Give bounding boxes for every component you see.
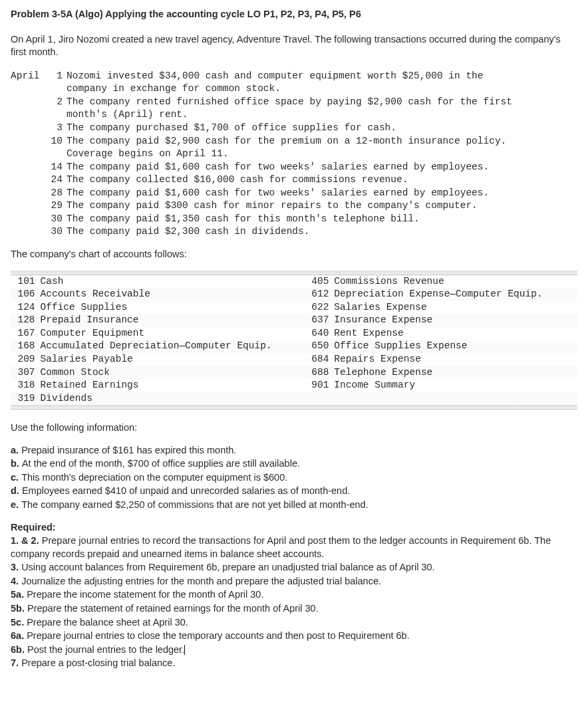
account-name: Commissions Revenue [331, 275, 577, 289]
account-name: Common Stock [38, 366, 305, 380]
account-name: Computer Equipment [38, 327, 305, 340]
account-name: Depreciation Expense—Computer Equip. [331, 288, 577, 301]
transaction-day: 29 [48, 199, 67, 213]
account-name: Accumulated Depreciation—Computer Equip. [38, 340, 305, 353]
info-label: b. [11, 458, 22, 469]
transaction-row: 29 The company paid $300 cash for minor … [11, 199, 577, 213]
transaction-day: 30 [48, 213, 67, 226]
transaction-month [11, 96, 48, 109]
required-item: 4. Journalize the adjusting entries for … [11, 575, 577, 588]
info-intro: Use the following information: [11, 421, 577, 435]
info-label: c. [11, 472, 21, 483]
required-label: 3. [11, 562, 21, 572]
required-item: 5c. Prepare the balance sheet at April 3… [11, 616, 577, 630]
account-number: 209 [11, 353, 38, 366]
account-number: 688 [305, 366, 332, 380]
account-name [331, 392, 577, 406]
info-text: The company earned $2,250 of commissions… [21, 499, 368, 510]
account-number: 168 [11, 340, 38, 353]
account-name: Retained Earnings [38, 379, 305, 392]
account-name: Salaries Payable [38, 353, 305, 366]
transaction-month [11, 161, 48, 174]
account-number: 684 [305, 353, 332, 366]
account-number: 101 [11, 275, 38, 289]
account-number: 106 [11, 288, 38, 301]
transaction-day: 3 [48, 122, 67, 135]
account-name: Office Supplies Expense [331, 340, 577, 353]
transaction-text: The company paid $1,600 cash for two wee… [67, 161, 577, 174]
transaction-month [11, 225, 48, 239]
transaction-row: 24 The company collected $16,000 cash fo… [11, 174, 577, 187]
transaction-text: The company paid $2,900 cash for the pre… [67, 135, 577, 148]
table-row: 124Office Supplies622Salaries Expense [11, 301, 577, 314]
required-text: Prepare the statement of retained earnin… [27, 603, 319, 614]
account-name: Insurance Expense [331, 314, 577, 327]
table-row: 209Salaries Payable684Repairs Expense [11, 353, 577, 366]
transaction-day: 2 [48, 96, 67, 109]
transaction-day: 28 [48, 187, 67, 200]
info-text: Employees earned $410 of unpaid and unre… [22, 485, 350, 496]
transaction-day: 10 [48, 135, 67, 148]
transaction-day: 14 [48, 161, 67, 174]
table-row: 318Retained Earnings901Income Summary [11, 379, 577, 392]
transactions-block: April1 Nozomi invested $34,000 cash and … [11, 70, 577, 239]
info-block: a. Prepaid insurance of $161 has expired… [11, 444, 577, 512]
transaction-text: The company collected $16,000 cash for c… [67, 174, 577, 187]
account-number: 405 [305, 275, 332, 289]
required-label: 4. [11, 576, 21, 586]
required-item: 6b. Post the journal entries to the ledg… [11, 644, 577, 657]
account-name: Salaries Expense [331, 301, 577, 314]
transaction-month [11, 199, 48, 213]
transaction-text: The company rented furnished office spac… [67, 96, 577, 109]
transaction-day [48, 108, 67, 122]
required-block: 1. & 2. Prepare journal entries to recor… [11, 535, 577, 670]
required-item: 1. & 2. Prepare journal entries to recor… [11, 535, 577, 560]
account-name: Telephone Expense [331, 366, 577, 380]
info-item: c. This month's depreciation on the comp… [11, 471, 577, 485]
table-row: 101Cash405Commissions Revenue [11, 275, 577, 289]
table-bottom-bar [11, 405, 577, 410]
transaction-month [11, 135, 48, 148]
account-name: Rent Expense [331, 327, 577, 340]
transaction-day [48, 148, 67, 161]
account-name: Office Supplies [38, 301, 305, 314]
info-label: a. [11, 445, 21, 455]
transaction-text: Nozomi invested $34,000 cash and compute… [67, 70, 577, 83]
table-row: 307Common Stock688Telephone Expense [11, 366, 577, 380]
transaction-month [11, 187, 48, 200]
account-number: 637 [305, 314, 332, 327]
transaction-row: 30 The company paid $1,350 cash for this… [11, 213, 577, 226]
required-item: 3. Using account balances from Requireme… [11, 561, 577, 574]
account-number: 622 [305, 301, 332, 314]
transaction-text: The company paid $300 cash for minor rep… [67, 199, 577, 213]
required-text: Prepare the income statement for the mon… [27, 589, 263, 600]
transaction-row: Coverage begins on April 11. [11, 148, 577, 161]
required-text: Prepare the balance sheet at April 30. [27, 617, 188, 628]
transaction-row: month's (April) rent. [11, 108, 577, 122]
transaction-text: The company paid $2,300 cash in dividend… [67, 225, 577, 239]
required-label: 5c. [11, 617, 27, 628]
text-cursor-icon [184, 645, 185, 655]
transaction-row: 10 The company paid $2,900 cash for the … [11, 135, 577, 148]
table-row: 106Accounts Receivable612Depreciation Ex… [11, 288, 577, 301]
transaction-row: 28 The company paid $1,600 cash for two … [11, 187, 577, 200]
table-row: 167Computer Equipment640Rent Expense [11, 327, 577, 340]
required-item: 7. Prepare a post-closing trial balance. [11, 657, 577, 670]
required-item: 5b. Prepare the statement of retained ea… [11, 602, 577, 616]
required-text: Prepare a post-closing trial balance. [21, 657, 175, 668]
transaction-month [11, 213, 48, 226]
account-number: 319 [11, 392, 38, 406]
required-item: 6a. Prepare journal entries to close the… [11, 630, 577, 643]
required-text: Using account balances from Requirement … [21, 562, 434, 572]
transaction-day: 30 [48, 225, 67, 239]
required-label: 1. & 2. [11, 535, 42, 546]
required-heading: Required: [11, 521, 577, 535]
account-number: 901 [305, 379, 332, 392]
required-label: 6a. [11, 630, 27, 641]
info-text: Prepaid insurance of $161 has expired th… [21, 445, 236, 455]
problem-title: Problem 3-5A (Algo) Applying the account… [11, 8, 577, 21]
transaction-row: company in exchange for common stock. [11, 82, 577, 96]
table-row: 128Prepaid Insurance637Insurance Expense [11, 314, 577, 327]
table-top-bar [11, 271, 577, 275]
account-number: 167 [11, 327, 38, 340]
